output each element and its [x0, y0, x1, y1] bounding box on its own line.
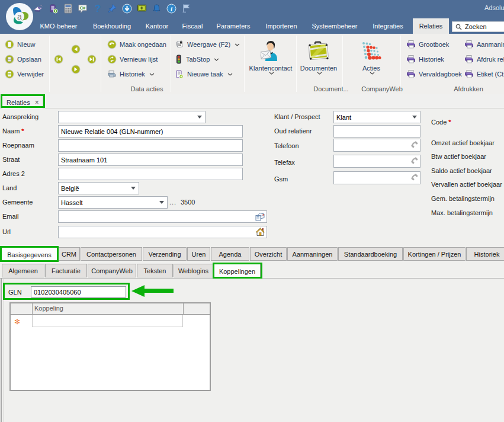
last-record-button[interactable]	[87, 55, 97, 64]
tab-teksten[interactable]: Teksten	[137, 264, 173, 277]
url-input[interactable]	[58, 226, 267, 238]
send-document-icon[interactable]	[33, 4, 43, 14]
ribbon-search-box[interactable]: Zoeken	[452, 21, 504, 32]
tabstop-button[interactable]: TabStop	[175, 53, 219, 66]
historiek-button[interactable]: Historiek	[107, 68, 155, 81]
tab-uren[interactable]: Uren	[187, 247, 210, 261]
device-add-icon[interactable]	[48, 4, 58, 14]
pin-icon[interactable]	[107, 4, 117, 14]
tab-boekhouding[interactable]: Boekhouding	[90, 18, 134, 34]
opslaan-button[interactable]: Opslaan	[5, 53, 41, 66]
tab-basisgegevens[interactable]: Basisgegevens	[1, 247, 57, 261]
adres2-input[interactable]	[58, 168, 243, 180]
tab-systeembeheer[interactable]: Systeembeheer	[309, 18, 361, 34]
group-caption-data-acties: Data acties	[107, 84, 187, 94]
tab-kantoor[interactable]: Kantoor	[141, 18, 173, 34]
naam-label-text: Naam	[2, 127, 20, 135]
tab-weblogins[interactable]: Weblogins	[174, 264, 213, 277]
telefoon-input[interactable]	[333, 139, 420, 152]
info-icon[interactable]: i	[166, 4, 176, 14]
next-record-button[interactable]	[71, 65, 81, 74]
tab-koppelingen[interactable]: Koppelingen	[214, 264, 261, 278]
max-betalingstermijn-label: Max. betalingstermijn	[431, 209, 493, 216]
tab-aanmaningen[interactable]: Aanmaningen	[287, 247, 338, 261]
monitor-plus-icon[interactable]	[137, 4, 147, 14]
gemeente-combobox[interactable]: Hasselt	[58, 196, 168, 209]
help-icon[interactable]: ?	[92, 4, 102, 14]
maak-ongedaan-button[interactable]: Maak ongedaan	[107, 38, 166, 51]
tab-standaardboeking[interactable]: Standaardboeking	[338, 247, 403, 261]
tab-verzending[interactable]: Verzending	[143, 247, 187, 261]
csharp-bubble-icon[interactable]: C#	[78, 4, 88, 14]
land-combobox[interactable]: België	[58, 182, 139, 194]
oud-relatienr-input[interactable]	[333, 125, 420, 138]
home-icon[interactable]	[255, 227, 265, 237]
chevron-down-icon	[269, 72, 274, 75]
tab-importeren[interactable]: Importeren	[261, 18, 301, 34]
gln-input[interactable]: 0102030405060	[31, 286, 126, 298]
flag-icon[interactable]	[181, 4, 191, 14]
tab-relaties[interactable]: Relaties	[413, 18, 449, 34]
grootboek-print-button[interactable]: Grootboek	[406, 38, 449, 51]
svg-text:?: ?	[94, 3, 100, 14]
first-record-button[interactable]	[54, 55, 63, 64]
printer-icon	[406, 69, 416, 79]
roepnaam-input[interactable]	[58, 139, 243, 152]
etiket-print-button[interactable]: Etiket (Ct	[464, 68, 503, 81]
klant-prospect-combobox[interactable]: Klant	[333, 111, 420, 123]
tab-crm[interactable]: CRM	[58, 247, 80, 261]
aanspreking-combobox[interactable]	[58, 111, 206, 123]
dropdown-button[interactable]	[410, 112, 419, 122]
gsm-input[interactable]	[333, 171, 420, 184]
email-icon[interactable]	[255, 212, 265, 222]
weergave-button[interactable]: Weergave (F2)	[175, 38, 240, 51]
klantencontact-button[interactable]: Klantencontact	[248, 36, 293, 84]
nieuw-button[interactable]: Nieuw	[5, 38, 36, 51]
acties-button[interactable]: Acties	[349, 36, 394, 84]
calculator-icon[interactable]	[63, 4, 73, 14]
gln-value: 0102030405060	[34, 289, 81, 296]
tab-algemeen[interactable]: Algemeen	[2, 264, 44, 277]
previous-record-button[interactable]	[71, 44, 81, 54]
quick-access-toolbar: C# ? i	[33, 2, 191, 15]
close-icon[interactable]: ×	[35, 98, 39, 107]
tab-historiek[interactable]: Historiek	[466, 247, 504, 261]
aanmaning-print-button[interactable]: Aanmanin	[464, 38, 504, 51]
email-input[interactable]	[58, 210, 267, 223]
annotation-arrow-shaft	[144, 289, 174, 293]
nieuwe-taak-button[interactable]: Nieuwe taak	[175, 68, 233, 81]
vervaldagboek-print-button[interactable]: Vervaldagboek	[406, 68, 462, 81]
documenten-button[interactable]: Documenten	[296, 36, 341, 84]
tab-parameters[interactable]: Parameters	[213, 18, 253, 34]
gemeente-browse-button[interactable]: ...	[169, 199, 176, 206]
tab-integraties[interactable]: Integraties	[368, 18, 408, 34]
document-tab-relaties[interactable]: Relaties ×	[2, 95, 43, 108]
tab-contactpersonen[interactable]: Contactpersonen	[81, 247, 142, 261]
verwijder-button[interactable]: Verwijder	[5, 68, 44, 81]
naam-input[interactable]: Nieuwe Relatie 004 (GLN-nummer)	[58, 125, 243, 138]
grid-new-row-cell[interactable]	[32, 315, 183, 327]
koppeling-grid[interactable]: Koppeling ✻	[9, 302, 211, 391]
phone-icon	[410, 172, 419, 181]
tab-kmo-beheer[interactable]: KMO-beheer	[37, 18, 81, 34]
tab-agenda[interactable]: Agenda	[211, 247, 249, 261]
tab-fiscaal[interactable]: Fiscaal	[177, 18, 208, 34]
tab-companyweb[interactable]: CompanyWeb	[88, 264, 136, 277]
tab-facturatie[interactable]: Facturatie	[45, 264, 87, 277]
vernieuw-lijst-button[interactable]: Vernieuw lijst	[107, 53, 158, 66]
download-circle-icon[interactable]	[122, 4, 132, 14]
dropdown-button[interactable]	[195, 112, 204, 122]
saldo-label: Saldo actief boekjaar	[431, 167, 492, 174]
historiek-print-button[interactable]: Historiek	[406, 53, 444, 66]
telefax-input[interactable]	[333, 155, 420, 168]
tab-overzicht[interactable]: Overzicht	[250, 247, 287, 261]
dropdown-arrow-icon	[131, 187, 136, 190]
afdruk-relatie-print-button[interactable]: Afdruk rel	[464, 53, 504, 66]
dropdown-button[interactable]	[157, 197, 166, 207]
tab-kortingen-prijzen[interactable]: Kortingen / Prijzen	[403, 247, 466, 261]
chevron-down-icon	[227, 73, 233, 76]
dropdown-button[interactable]	[129, 183, 138, 193]
straat-input[interactable]: Straatnaam 101	[58, 154, 243, 166]
window-title: Adsolu	[484, 4, 504, 11]
bell-icon[interactable]	[152, 4, 162, 14]
